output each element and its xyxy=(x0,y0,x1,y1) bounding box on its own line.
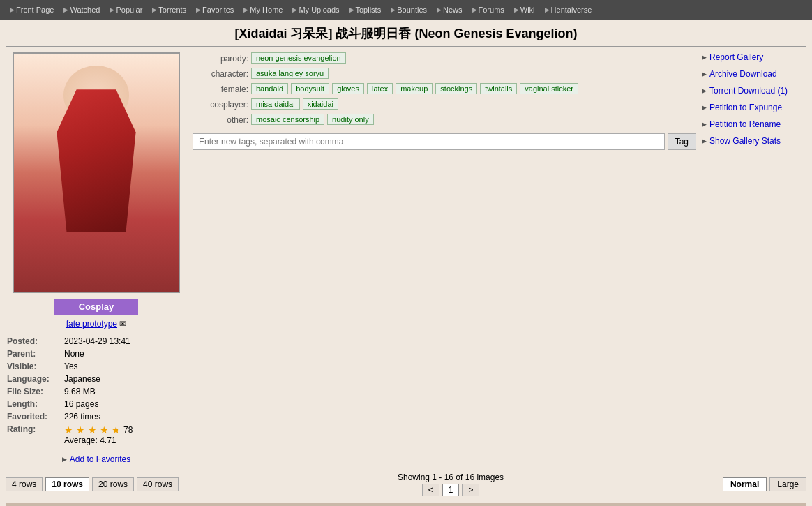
tag-row-other: other: mosaic censorship nudity only xyxy=(193,114,696,125)
page-next-button[interactable]: > xyxy=(462,484,479,496)
tag-latex[interactable]: latex xyxy=(367,83,393,94)
star-5[interactable]: ★★ xyxy=(112,424,121,436)
nav-torrents[interactable]: ▶ Torrents xyxy=(148,4,190,15)
nav-arrow-icon: ▶ xyxy=(110,6,114,13)
page-prev-button[interactable]: < xyxy=(422,484,439,496)
tag-input-row: Tag xyxy=(193,133,696,150)
rows-10-button[interactable]: 10 rows xyxy=(45,477,89,491)
nav-myhome[interactable]: ▶ My Home xyxy=(239,4,287,15)
tag-xidaidai[interactable]: xidaidai xyxy=(303,98,338,110)
star-3[interactable]: ★ xyxy=(88,424,97,436)
tag-submit-button[interactable]: Tag xyxy=(668,133,696,150)
tag-input[interactable] xyxy=(193,133,665,150)
uploader-row: fate prototype ✉ xyxy=(66,319,127,329)
category-button[interactable]: Cosplay xyxy=(54,299,138,315)
nav-favorites[interactable]: ▶ Favorites xyxy=(192,4,238,15)
meta-visible-label: Visible: xyxy=(7,361,63,372)
right-panel: Report Gallery Archive Download Torrent … xyxy=(702,52,806,464)
tag-row-cosplayer: cosplayer: misa daidai xidaidai xyxy=(193,98,696,110)
left-panel: Cosplay fate prototype ✉ Posted: 2023-04… xyxy=(6,52,187,464)
rows-4-button[interactable]: 4 rows xyxy=(6,477,43,491)
gallery-title-bar: [Xidaidai 习呆呆] 战斗服明日香 (Neon Genesis Evan… xyxy=(6,25,806,47)
nav-watched[interactable]: ▶ Watched xyxy=(59,4,104,15)
nav-popular[interactable]: ▶ Popular xyxy=(105,4,146,15)
thumb-grid xyxy=(6,503,806,506)
nav-arrow-icon: ▶ xyxy=(292,6,297,13)
tag-neon-genesis-evangelion[interactable]: neon genesis evangelion xyxy=(251,52,346,64)
nav-arrow-icon: ▶ xyxy=(514,6,519,13)
star-2[interactable]: ★ xyxy=(76,424,85,436)
nav-arrow-icon: ▶ xyxy=(545,6,550,13)
tag-asuka-langley-soryu[interactable]: asuka langley soryu xyxy=(251,68,329,79)
tag-label-parody: parody: xyxy=(193,52,248,64)
page-current: 1 xyxy=(442,484,460,496)
tag-stockings[interactable]: stockings xyxy=(435,83,477,94)
meta-language: Language: Japanese xyxy=(7,373,186,385)
tag-mosaic-censorship[interactable]: mosaic censorship xyxy=(251,114,324,125)
meta-visible-value: Yes xyxy=(64,361,186,372)
cover-figure xyxy=(14,54,179,292)
nav-frontpage[interactable]: ▶ Front Page xyxy=(6,4,58,15)
content-row: Cosplay fate prototype ✉ Posted: 2023-04… xyxy=(6,52,806,464)
size-normal-button[interactable]: Normal xyxy=(723,477,767,491)
rows-40-button[interactable]: 40 rows xyxy=(137,477,179,491)
size-large-button[interactable]: Large xyxy=(769,477,806,491)
meta-filesize-value: 9.68 MB xyxy=(64,386,186,397)
tag-label-other: other: xyxy=(193,114,248,125)
tag-bodysuit[interactable]: bodysuit xyxy=(291,83,329,94)
nav-wiki[interactable]: ▶ Wiki xyxy=(510,4,539,15)
tag-vaginal-sticker[interactable]: vaginal sticker xyxy=(520,83,578,94)
tag-label-female: female: xyxy=(193,83,248,94)
nav-arrow-icon: ▶ xyxy=(349,6,354,13)
rows-20-button[interactable]: 20 rows xyxy=(92,477,134,491)
meta-rating-value: ★ ★ ★ ★ ★★ 78 Average: 4.71 xyxy=(64,424,186,446)
nav-forums[interactable]: ▶ Forums xyxy=(468,4,509,15)
nav-arrow-icon: ▶ xyxy=(437,6,442,13)
meta-favorited-value: 226 times xyxy=(64,411,186,422)
meta-favorited-label: Favorited: xyxy=(7,411,63,422)
nav-toplists[interactable]: ▶ Toplists xyxy=(345,4,386,15)
show-stats-link[interactable]: Show Gallery Stats xyxy=(702,136,806,146)
gallery-title: [Xidaidai 习呆呆] 战斗服明日香 (Neon Genesis Evan… xyxy=(6,25,806,42)
add-favorites-button[interactable]: Add to Favorites xyxy=(62,454,130,464)
cover-image[interactable] xyxy=(13,52,180,293)
meta-language-label: Language: xyxy=(7,373,63,385)
report-gallery-link[interactable]: Report Gallery xyxy=(702,52,806,62)
nav-bounties[interactable]: ▶ Bounties xyxy=(386,4,431,15)
tag-list-parody: neon genesis evangelion xyxy=(251,52,346,64)
tag-gloves[interactable]: gloves xyxy=(332,83,364,94)
controls-row: 4 rows 10 rows 20 rows 40 rows Showing 1… xyxy=(6,470,806,499)
meta-favorited: Favorited: 226 times xyxy=(7,411,186,422)
archive-download-link[interactable]: Archive Download xyxy=(702,69,806,79)
star-row: ★ ★ ★ ★ ★★ 78 xyxy=(64,424,186,436)
tag-makeup[interactable]: makeup xyxy=(396,83,433,94)
torrent-download-link[interactable]: Torrent Download (1) xyxy=(702,86,806,96)
petition-rename-link[interactable]: Petition to Rename xyxy=(702,119,806,129)
tag-list-character: asuka langley soryu xyxy=(251,68,329,79)
star-1[interactable]: ★ xyxy=(64,424,73,436)
tag-nudity-only[interactable]: nudity only xyxy=(327,114,374,125)
star-4[interactable]: ★ xyxy=(100,424,109,436)
meta-rating-label: Rating: xyxy=(7,424,63,446)
tag-list-other: mosaic censorship nudity only xyxy=(251,114,374,125)
row-buttons: 4 rows 10 rows 20 rows 40 rows xyxy=(6,477,179,491)
tag-bandaid[interactable]: bandaid xyxy=(251,83,288,94)
petition-expunge-link[interactable]: Petition to Expunge xyxy=(702,103,806,112)
nav-arrow-icon: ▶ xyxy=(152,6,157,13)
nav-news[interactable]: ▶ News xyxy=(433,4,467,15)
pagination-center: Showing 1 - 16 of 16 images < 1 > xyxy=(398,472,504,496)
tag-twintails[interactable]: twintails xyxy=(480,83,517,94)
uploader-mail-icon[interactable]: ✉ xyxy=(119,319,126,329)
meta-filesize-label: File Size: xyxy=(7,386,63,397)
meta-posted-label: Posted: xyxy=(7,336,63,347)
nav-arrow-icon: ▶ xyxy=(10,6,15,13)
meta-table: Posted: 2023-04-29 13:41 Parent: None Vi… xyxy=(6,334,187,447)
nav-myuploads[interactable]: ▶ My Uploads xyxy=(288,4,343,15)
meta-language-value: Japanese xyxy=(64,373,186,385)
tag-misa-daidai[interactable]: misa daidai xyxy=(251,98,300,110)
tag-label-cosplayer: cosplayer: xyxy=(193,98,248,110)
meta-visible: Visible: Yes xyxy=(7,361,186,372)
uploader-link[interactable]: fate prototype xyxy=(66,319,117,329)
nav-hentaiverse[interactable]: ▶ Hentaiverse xyxy=(541,4,596,15)
tag-row-parody: parody: neon genesis evangelion xyxy=(193,52,696,64)
